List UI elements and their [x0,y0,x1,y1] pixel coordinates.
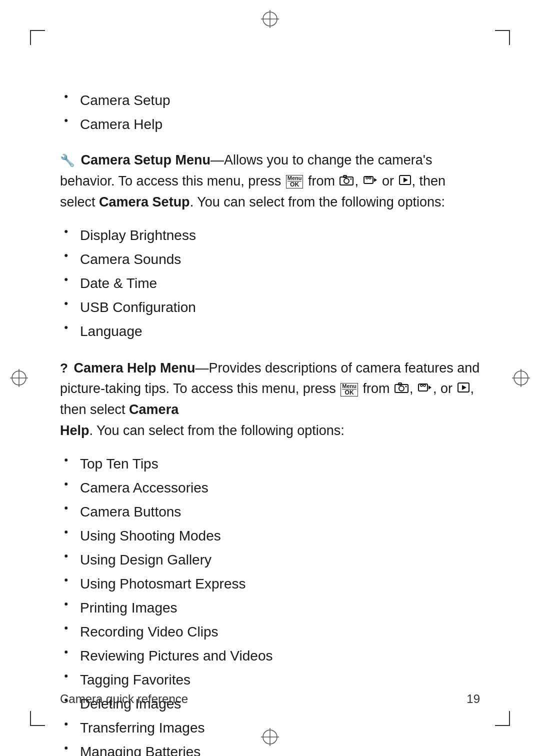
content-area: Camera Setup Camera Help 🔧 Camera Setup … [60,90,480,756]
comma-1: , [354,174,362,188]
wrench-icon: 🔧 [60,154,75,167]
svg-marker-31 [462,385,466,390]
svg-point-13 [344,178,349,184]
list-item: Camera Buttons [60,502,480,522]
camera-help-label: Camera [129,402,178,417]
footer-page-number: 19 [466,692,480,706]
list-item: Using Shooting Modes [60,526,480,546]
camera-setup-bold: Camera Setup Menu [81,152,211,168]
list-item: Recording Video Clips [60,622,480,642]
list-item: USB Configuration [60,297,480,318]
page-footer: Camera quick reference 19 [60,692,480,706]
comma-2: , [410,381,417,396]
video-icon [364,174,378,190]
camera-icon-1 [340,174,354,190]
svg-marker-27 [428,386,432,390]
camera-setup-label: Camera Setup [99,194,190,210]
svg-point-19 [369,177,371,179]
intro-bullet-list: Camera Setup Camera Help [60,90,480,135]
list-item: Camera Sounds [60,249,480,270]
from-text-2: from [359,381,394,396]
svg-rect-16 [364,176,373,184]
from-text: from [304,174,338,188]
list-item: Managing Batteries [60,742,480,756]
camera-help-options-list: Top Ten Tips Camera Accessories Camera B… [60,454,480,756]
list-item: Camera Setup [60,90,480,111]
svg-point-28 [420,384,422,386]
or-text-2: , or [433,381,456,396]
page-container: Camera Setup Camera Help 🔧 Camera Setup … [0,0,540,756]
footer-left-text: Camera quick reference [60,692,188,706]
list-item: Camera Accessories [60,478,480,498]
question-mark-icon: ? [60,360,68,376]
list-item: Transferring Images [60,718,480,738]
list-item: Tagging Favorites [60,670,480,690]
svg-point-18 [366,177,368,179]
list-item: Using Photosmart Express [60,574,480,594]
svg-point-15 [350,178,352,180]
or-text-1: or [378,174,398,188]
camera-help-label-2: Help [60,423,90,438]
menu-ok-button-2: MenuOK [340,383,358,396]
svg-point-29 [424,384,426,386]
play-icon-2 [458,381,470,398]
list-item: Language [60,321,480,342]
camera-icon-2 [394,381,408,398]
svg-marker-21 [404,178,408,182]
camera-setup-paragraph: 🔧 Camera Setup Menu—Allows you to change… [60,150,480,213]
list-item: Using Design Gallery [60,550,480,570]
list-item: Camera Help [60,114,480,135]
list-item: Reviewing Pictures and Videos [60,646,480,666]
list-item: Top Ten Tips [60,454,480,474]
help-tail: . You can select from the following opti… [90,423,344,438]
video-icon-2 [418,381,432,398]
list-item: Display Brightness [60,225,480,246]
list-item: Printing Images [60,598,480,618]
camera-help-bold: Camera Help Menu [74,360,195,376]
svg-point-25 [406,386,407,388]
list-item: Date & Time [60,273,480,294]
play-icon [399,174,411,190]
svg-rect-26 [418,384,428,391]
setup-tail: . You can select from the following opti… [190,194,445,210]
camera-setup-options-list: Display Brightness Camera Sounds Date & … [60,225,480,342]
menu-ok-button: MenuOK [286,175,304,188]
svg-point-23 [399,386,404,391]
svg-marker-17 [374,178,377,182]
camera-help-paragraph: ? Camera Help Menu—Provides descriptions… [60,358,480,442]
